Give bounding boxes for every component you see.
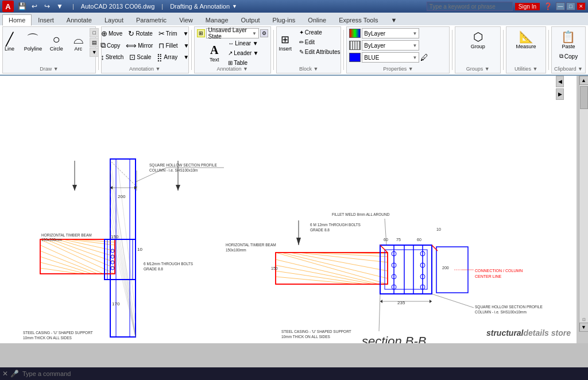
scale-label: Scale — [137, 54, 151, 60]
move-button[interactable]: ⊕Move — [99, 28, 125, 39]
measure-icon: 📐 — [519, 30, 533, 44]
draw-rect-btn[interactable]: □ — [90, 28, 99, 37]
linetype-combo[interactable]: ByLayer ▼ — [362, 28, 419, 38]
workspace-dropdown-icon[interactable]: ▼ — [232, 3, 237, 9]
close-btn[interactable]: ✕ — [577, 2, 586, 10]
svg-text:170: 170 — [112, 301, 120, 307]
tab-layout[interactable]: Layout — [98, 14, 130, 25]
rotate-icon: ↻ — [128, 29, 134, 38]
layer-props-btn[interactable]: ⚙ — [260, 29, 268, 37]
measure-button[interactable]: 📐 Measure — [513, 28, 539, 51]
help-btn[interactable]: ❓ — [542, 1, 554, 11]
nav-left-btn[interactable]: ◀ — [556, 76, 564, 87]
tab-insert[interactable]: Insert — [32, 14, 60, 25]
edit-attr-button[interactable]: ✎ Edit Attributes — [297, 48, 343, 56]
restore-btn[interactable]: □ — [566, 2, 575, 10]
edit-icon: ✏ — [299, 39, 304, 45]
layer-combo[interactable]: Unsaved Layer State ▼ — [206, 28, 259, 38]
arc-button[interactable]: ⌓ Arc — [68, 32, 88, 53]
match-prop-icon[interactable]: 🖊 — [420, 53, 428, 62]
tab-home[interactable]: Home — [2, 14, 32, 26]
clipboard-copy-icon: ⧉ — [559, 53, 563, 60]
svg-text:SQUARE HOLLOW SECTION PROFILE: SQUARE HOLLOW SECTION PROFILE — [149, 163, 217, 168]
rotate-button[interactable]: ↻Rotate — [126, 28, 154, 39]
clipboard-copy-btn[interactable]: ⧉ Copy — [557, 52, 580, 61]
insert-icon: ⊞ — [281, 33, 289, 46]
layer-icon: ⊞ — [197, 29, 205, 37]
scroll-thumb-v[interactable] — [580, 86, 588, 109]
drawing-canvas[interactable]: 200 150 10 170 SQUARE HOLLOW SECTION PRO… — [0, 76, 577, 343]
lineweight-combo[interactable]: ByLayer ▼ — [362, 40, 419, 51]
group-button[interactable]: ⬡ Group — [467, 28, 488, 51]
qa-dropdown[interactable]: ▼ — [54, 1, 65, 11]
save-btn[interactable]: 💾 — [16, 1, 28, 11]
tab-more[interactable]: ▼ — [384, 14, 403, 25]
tab-output[interactable]: Output — [235, 14, 266, 25]
edit-button[interactable]: ✏ Edit — [297, 38, 343, 46]
array-more-btn[interactable]: ▼ — [181, 53, 191, 61]
fillet-icon: ⊓ — [158, 41, 164, 50]
view-cube: ⊡ — [582, 317, 586, 323]
trim-more-btn[interactable]: ▼ — [180, 29, 191, 38]
rotate-label: Rotate — [136, 30, 152, 37]
array-button[interactable]: ⣿Array — [154, 52, 180, 63]
block-content: ⊞ Insert ✦ Create ✏ Edit ✎ Edit Attribut… — [279, 28, 339, 64]
group-icon: ⬡ — [473, 30, 483, 44]
trim-button[interactable]: ✂Trim — [156, 28, 180, 39]
svg-text:200: 200 — [118, 194, 126, 199]
command-close-icon[interactable]: ✕ — [2, 370, 8, 378]
copy-button[interactable]: ⧉Copy — [98, 40, 122, 51]
arc-icon: ⌓ — [74, 33, 83, 46]
properties-label: Properties ▼ — [347, 66, 449, 72]
modify-label: Annotation ▼ — [102, 66, 188, 72]
insert-button[interactable]: ⊞ Insert — [275, 32, 296, 53]
color-row: BLUE ▼ 🖊 — [349, 52, 447, 63]
scroll-down-btn[interactable]: ▼ — [579, 323, 589, 332]
polyline-button[interactable]: ⌒ Polyline — [21, 32, 45, 53]
scroll-up-btn[interactable]: ▲ — [579, 76, 589, 85]
undo-btn[interactable]: ↩ — [29, 1, 40, 11]
copy-icon: ⧉ — [100, 41, 106, 50]
scroll-v-track[interactable] — [580, 85, 588, 317]
mirror-button[interactable]: ⟺Mirror — [123, 40, 155, 51]
tab-view[interactable]: View — [173, 14, 199, 25]
fillet-more-btn[interactable]: ▼ — [181, 41, 192, 50]
tab-annotate[interactable]: Annotate — [60, 14, 98, 25]
clipboard-label: Clipboard ▼ — [552, 66, 585, 72]
scale-button[interactable]: ⊡Scale — [127, 52, 153, 63]
groups-content: ⬡ Group — [458, 28, 498, 59]
tab-parametric[interactable]: Parametric — [130, 14, 173, 25]
paste-button[interactable]: 📋 Paste — [558, 28, 579, 51]
circle-button[interactable]: ○ Circle — [46, 32, 67, 53]
sign-in-btn[interactable]: Sign In — [515, 3, 540, 10]
scale-icon: ⊡ — [129, 53, 136, 61]
command-mic-icon[interactable]: 🎤 — [10, 370, 19, 378]
tab-express[interactable]: Express Tools — [332, 14, 384, 25]
line-button[interactable]: ╱ Line — [0, 32, 20, 53]
redo-btn[interactable]: ↪ — [41, 1, 53, 11]
scroll-vertical[interactable]: ▲ ⊡ ▼ — [579, 76, 588, 332]
leader-button[interactable]: ↗ Leader ▼ — [226, 49, 261, 57]
nav-right-btn[interactable]: ▶ — [556, 88, 564, 100]
text-button[interactable]: A Text — [204, 42, 225, 64]
stretch-button[interactable]: ↕Stretch — [98, 52, 126, 63]
tab-manage[interactable]: Manage — [199, 14, 235, 25]
block-row1: ⊞ Insert ✦ Create ✏ Edit ✎ Edit Attribut… — [275, 28, 343, 56]
create-button[interactable]: ✦ Create — [297, 28, 343, 37]
tab-online[interactable]: Online — [301, 14, 332, 25]
sep4 — [343, 30, 344, 70]
minimize-btn[interactable]: — — [556, 2, 565, 10]
array-label: Array — [164, 54, 177, 60]
draw-hatch-btn[interactable]: ▤ — [90, 38, 99, 47]
color-combo[interactable]: BLUE ▼ — [362, 52, 419, 63]
ribbon-group-clipboard: 📋 Paste ⧉ Copy Clipboard ▼ — [551, 26, 586, 73]
command-input[interactable] — [21, 369, 586, 378]
fillet-button[interactable]: ⊓Fillet — [156, 40, 180, 51]
workspace-selector[interactable]: Drafting & Annotation ▼ — [170, 3, 237, 10]
svg-text:150: 150 — [271, 266, 278, 270]
draw-more-btn[interactable]: ▼ — [90, 48, 99, 57]
linear-button[interactable]: ↔ Linear ▼ — [226, 39, 261, 48]
search-input[interactable] — [427, 2, 513, 11]
svg-text:CONNECTION / COLUMN: CONNECTION / COLUMN — [475, 269, 523, 273]
tab-plugins[interactable]: Plug-ins — [266, 14, 302, 25]
